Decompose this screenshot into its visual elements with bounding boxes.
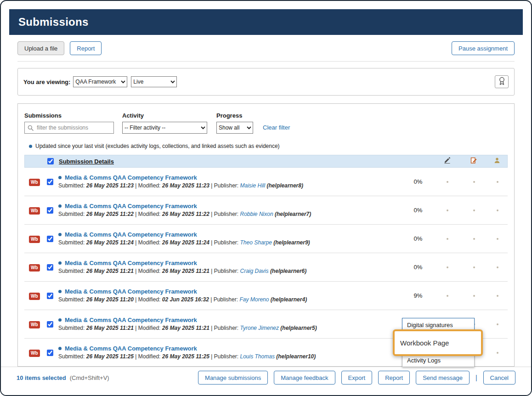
publisher-link[interactable]: Theo Sharpe [240,239,272,246]
modified-label: Modified: [138,268,161,274]
submission-meta: Submitted: 26 May 2025 11:21 | Modified:… [58,325,317,331]
submission-row: Wb Media & Comms QAA Competency Framewor… [24,168,508,196]
report-button-bottom[interactable]: Report [378,371,410,385]
submission-title-link[interactable]: Media & Comms QAA Competency Framework [65,317,197,323]
row-checkbox[interactable] [47,236,53,242]
publisher-username: (helplearner9) [273,239,310,246]
export-button[interactable]: Export [341,371,373,385]
submitted-value: 26 May 2025 11:20 [86,296,134,303]
submission-row: Wb Media & Comms QAA Competency Framewor… [24,253,508,282]
publisher-link[interactable]: Craig Davis [240,268,269,274]
publisher-link[interactable]: Robbie Nixon [240,211,273,217]
modified-value: 26 May 2025 11:21 [162,325,209,331]
submission-title-link[interactable]: Media & Comms QAA Competency Framework [65,345,197,352]
signature-status-dot [447,238,448,240]
submission-title-link[interactable]: Media & Comms QAA Competency Framework [65,174,197,181]
submission-title-link[interactable]: Media & Comms QAA Competency Framework [65,203,197,209]
workspace-select[interactable]: QAA Framework [73,76,127,87]
upload-file-button[interactable]: Upload a file [17,41,64,55]
menu-item-workbook-page[interactable]: Workbook Page [393,329,483,356]
manage-submissions-button[interactable]: Manage submissions [198,371,268,385]
updated-dot-icon [58,204,62,208]
publisher-label: Publisher: [214,325,238,331]
row-checkbox[interactable] [47,179,53,185]
publisher-label: Publisher: [214,211,238,217]
progress-filter-select[interactable]: Show all [216,122,253,134]
user-status-dot [497,209,498,211]
signature-icon [444,157,451,165]
manage-feedback-button[interactable]: Manage feedback [274,371,335,385]
modified-label: Modified: [138,296,161,303]
viewing-label: You are viewing: [23,79,70,85]
progress-value: 0% [402,178,434,185]
select-all-checkbox[interactable] [47,158,54,164]
publisher-link[interactable]: Maisie Hill [240,182,266,189]
mode-select[interactable]: Live [131,76,177,87]
row-checkbox[interactable] [47,350,53,356]
footer-actions: Manage submissions Manage feedback Expor… [198,371,515,385]
publisher-link[interactable]: Tyrone Jimenez [240,325,279,331]
submitted-label: Submitted: [58,182,85,189]
workbook-badge: Wb [29,207,40,215]
progress-value: 0% [402,264,434,271]
modified-label: Modified: [138,353,161,360]
feedback-column-header[interactable] [460,157,487,166]
submissions-search-input[interactable] [24,122,114,134]
keyboard-shortcut: (Cmd+Shift+V) [70,374,109,381]
submission-meta: Submitted: 26 May 2025 11:20 | Modified:… [58,296,307,303]
submitted-value: 26 May 2025 11:24 [86,239,134,246]
modified-label: Modified: [138,211,161,217]
modified-value: 26 May 2025 11:25 [162,353,209,360]
publisher-link[interactable]: Louis Thomas [240,353,275,360]
activity-filter-select[interactable]: -- Filter activity -- [122,122,207,134]
submitted-label: Submitted: [58,353,85,360]
footer-divider: | [475,374,477,381]
submission-title-link[interactable]: Media & Comms QAA Competency Framework [65,288,197,295]
submitted-label: Submitted: [58,268,85,274]
row-checkbox[interactable] [47,321,53,328]
certificates-button[interactable] [495,75,509,88]
submitted-value: 26 May 2025 11:21 [86,268,134,274]
feedback-status-dot [473,238,475,240]
user-status-dot [497,295,498,297]
submission-details-header[interactable]: Submission Details [59,158,114,165]
cancel-button[interactable]: Cancel [483,371,515,385]
table-header-row: Submission Details [24,155,508,168]
submission-meta: Submitted: 26 May 2025 11:25 | Modified:… [58,353,316,360]
submitted-label: Submitted: [58,325,85,331]
activity-filter-label: Activity [122,112,207,119]
user-column-header[interactable] [487,157,507,165]
user-status-dot [497,323,498,325]
modified-label: Modified: [138,182,161,189]
modified-label: Modified: [138,325,161,331]
clear-filter-link[interactable]: Clear filter [263,124,290,131]
submitted-value: 26 May 2025 11:25 [86,353,134,360]
row-checkbox[interactable] [47,207,53,214]
signature-status-dot [447,181,448,183]
modified-value: 26 May 2025 11:22 [162,211,209,217]
updated-dot-icon [58,347,62,350]
feedback-status-dot [473,266,475,268]
modified-label: Modified: [138,239,161,246]
signature-column-header[interactable] [434,157,460,165]
toolbar: Upload a file Report Pause assignment [17,41,515,55]
modified-value: 26 May 2025 11:21 [162,268,209,274]
filter-row: Submissions Activity -- [24,112,508,134]
updated-legend-text: Updated since your last visit (excludes … [35,143,280,149]
toolbar-divider [17,61,515,62]
submission-row: Wb Media & Comms QAA Competency Framewor… [24,196,508,225]
publisher-label: Publisher: [214,296,238,303]
publisher-username: (helplearner7) [275,211,311,217]
send-message-button[interactable]: Send message [416,371,470,385]
publisher-label: Publisher: [214,353,238,360]
pause-assignment-button[interactable]: Pause assignment [452,41,515,55]
publisher-link[interactable]: Fay Moreno [239,296,269,303]
report-button-top[interactable]: Report [70,41,102,55]
submitted-value: 26 May 2025 11:23 [86,182,134,189]
row-checkbox[interactable] [47,293,53,299]
signature-status-dot [447,209,448,211]
submission-title-link[interactable]: Media & Comms QAA Competency Framework [65,231,197,238]
submission-title-link[interactable]: Media & Comms QAA Competency Framework [65,260,197,266]
submitted-label: Submitted: [58,239,85,246]
row-checkbox[interactable] [47,264,53,271]
